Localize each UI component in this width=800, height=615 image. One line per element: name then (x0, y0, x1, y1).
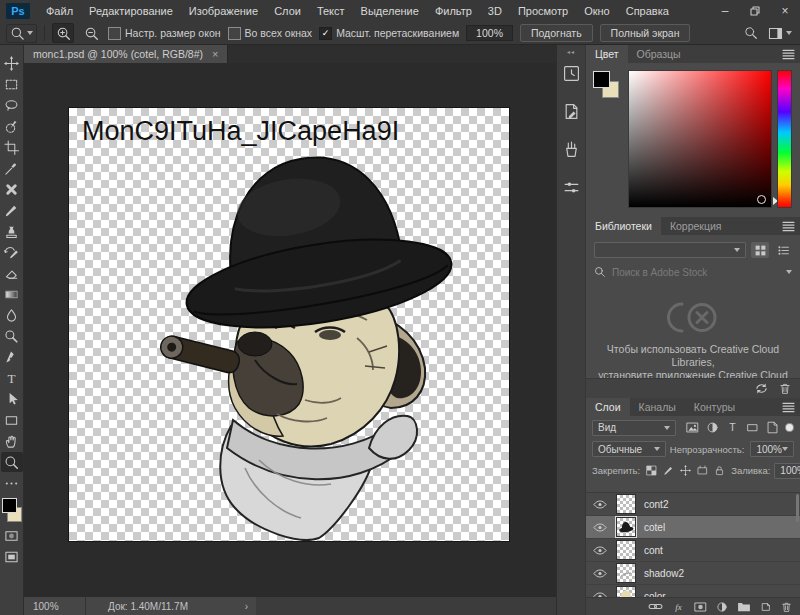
layer-row-shadow2[interactable]: shadow2 (586, 562, 800, 585)
brush-tool-icon[interactable] (1, 200, 23, 220)
foreground-color-swatch[interactable] (593, 71, 610, 88)
quick-mask-mode-icon[interactable] (1, 526, 23, 546)
scrubby-zoom-checkbox[interactable]: ✓ (319, 27, 332, 40)
gradient-tool-icon[interactable] (1, 284, 23, 304)
minimize-button[interactable]: – (710, 0, 740, 22)
fit-screen-button[interactable]: Подогнать (520, 24, 593, 42)
fill-select[interactable]: 100% (774, 463, 800, 479)
screen-mode-icon[interactable] (1, 547, 23, 567)
visibility-eye-icon[interactable] (590, 523, 610, 532)
menu-item-Редактирование[interactable]: Редактирование (81, 5, 181, 17)
fullscreen-button[interactable]: Полный экран (600, 24, 691, 42)
edit-toolbar-ellipsis-icon[interactable] (1, 473, 23, 493)
properties-panel-icon[interactable] (559, 99, 583, 123)
zoom-tool-icon[interactable] (1, 452, 23, 472)
tab-adjustments[interactable]: Коррекция (661, 217, 731, 235)
filter-adjustment-layers-icon[interactable] (706, 421, 719, 434)
filter-toggle-dot[interactable] (785, 423, 794, 432)
menu-item-Справка[interactable]: Справка (618, 5, 677, 17)
document-canvas[interactable]: MonC9ITuHa_JICapeHa9I (68, 107, 510, 542)
photoshop-logo[interactable]: Ps (6, 3, 30, 19)
hue-slider[interactable] (777, 70, 792, 208)
tab-layers[interactable]: Слои (586, 398, 630, 416)
trash-icon[interactable] (779, 382, 791, 395)
close-tab-icon[interactable]: × (212, 48, 218, 60)
blend-mode-select[interactable]: Обычные (592, 441, 666, 457)
lock-artboard-icon[interactable] (697, 465, 708, 476)
saturation-brightness-field[interactable] (628, 70, 772, 208)
quick-select-tool-icon[interactable] (1, 116, 23, 136)
hand-tool-icon[interactable] (1, 431, 23, 451)
zoom-level-field[interactable]: 100% (466, 25, 513, 41)
type-tool-icon[interactable]: T (1, 368, 23, 388)
menu-item-Текст[interactable]: Текст (309, 5, 353, 17)
collapse-panels-icon[interactable]: ◂◂ (567, 48, 575, 55)
layers-scrollbar[interactable] (796, 494, 799, 522)
menu-item-3D[interactable]: 3D (480, 5, 510, 17)
lock-transparent-pixels-icon[interactable] (646, 465, 657, 476)
new-layer-icon[interactable] (760, 601, 772, 613)
search-icon[interactable] (744, 26, 758, 40)
menu-item-Окно[interactable]: Окно (576, 5, 618, 17)
panel-menu-icon[interactable] (782, 398, 800, 416)
menu-item-Фильтр[interactable]: Фильтр (427, 5, 480, 17)
layer-row-cont2[interactable]: cont2 (586, 493, 800, 516)
layer-thumbnail[interactable] (616, 517, 636, 537)
crop-tool-icon[interactable] (1, 137, 23, 157)
tab-paths[interactable]: Контуры (685, 398, 744, 416)
dodge-tool-icon[interactable] (1, 326, 23, 346)
visibility-eye-icon[interactable] (590, 569, 610, 578)
delete-layer-icon[interactable] (781, 601, 792, 613)
new-adjustment-layer-icon[interactable] (716, 601, 728, 613)
tab-channels[interactable]: Каналы (630, 398, 685, 416)
layer-row-cont[interactable]: cont (586, 539, 800, 562)
new-group-icon[interactable] (737, 601, 751, 612)
resize-windows-checkbox[interactable] (108, 27, 121, 40)
list-view-button[interactable] (774, 242, 792, 258)
menu-item-Слои[interactable]: Слои (266, 5, 309, 17)
restore-button[interactable] (740, 0, 770, 22)
menu-item-Просмотр[interactable]: Просмотр (510, 5, 576, 17)
menu-item-Выделение[interactable]: Выделение (353, 5, 427, 17)
filter-type-layers-icon[interactable]: T (726, 421, 739, 434)
layer-row-cotel[interactable]: cotel (586, 516, 800, 539)
history-panel-icon[interactable] (559, 61, 583, 85)
layer-filter-select[interactable]: Вид (592, 420, 676, 436)
tab-libraries[interactable]: Библиотеки (586, 217, 661, 235)
status-zoom-field[interactable]: 100% (24, 597, 86, 615)
brushes-panel-icon[interactable] (559, 137, 583, 161)
close-button[interactable]: × (770, 0, 800, 22)
document-tab[interactable]: monc1.psd @ 100% (cotel, RGB/8#) × (24, 45, 228, 63)
menu-item-Файл[interactable]: Файл (38, 5, 81, 17)
lock-all-icon[interactable] (714, 465, 725, 476)
foreground-swatch[interactable] (2, 498, 17, 513)
tool-presets-panel-icon[interactable] (559, 175, 583, 199)
lock-position-icon[interactable] (680, 465, 691, 476)
clone-stamp-tool-icon[interactable] (1, 221, 23, 241)
filter-shape-layers-icon[interactable] (746, 421, 759, 434)
layer-style-fx-icon[interactable]: fx (672, 600, 685, 613)
menu-item-Изображение[interactable]: Изображение (181, 5, 266, 17)
library-select[interactable] (594, 242, 746, 258)
all-windows-checkbox[interactable] (228, 27, 241, 40)
color-picker-marker[interactable] (757, 195, 766, 204)
status-menu-chevron[interactable]: › (245, 601, 248, 612)
blur-tool-icon[interactable] (1, 305, 23, 325)
eyedropper-tool-icon[interactable] (1, 158, 23, 178)
link-layers-icon[interactable] (648, 601, 663, 612)
stock-search-field[interactable]: Поиск в Adobe Stock (594, 266, 792, 278)
visibility-eye-icon[interactable] (590, 546, 610, 555)
filter-pixel-layers-icon[interactable] (686, 421, 699, 434)
layer-thumbnail[interactable] (616, 540, 636, 560)
panel-menu-icon[interactable] (782, 45, 800, 63)
tab-swatches[interactable]: Образцы (628, 45, 690, 63)
healing-tool-icon[interactable] (1, 179, 23, 199)
workspace-switcher[interactable] (768, 27, 792, 40)
layer-thumbnail[interactable] (616, 563, 636, 583)
visibility-eye-icon[interactable] (590, 500, 610, 509)
opacity-select[interactable]: 100% (750, 441, 794, 457)
path-select-tool-icon[interactable] (1, 389, 23, 409)
tab-color[interactable]: Цвет (586, 45, 628, 63)
layer-thumbnail[interactable] (616, 494, 636, 514)
move-tool-icon[interactable] (1, 53, 23, 73)
